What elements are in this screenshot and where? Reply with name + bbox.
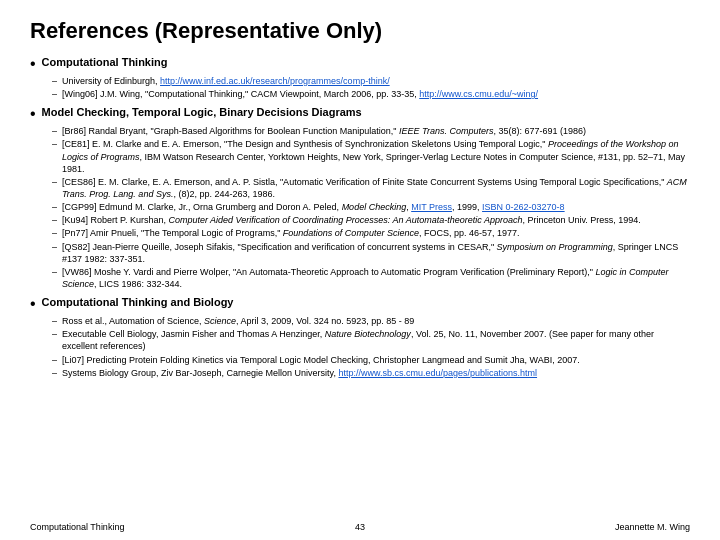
- ref-text: University of Edinburgh,: [62, 76, 160, 86]
- section-title-1: Computational Thinking: [42, 56, 168, 68]
- ref-text: Executable Cell Biology, Jasmin Fisher a…: [62, 329, 654, 351]
- footer-left: Computational Thinking: [30, 522, 124, 532]
- refs-list-3: Ross et al., Automation of Science, Scie…: [52, 315, 690, 379]
- ref-text: Ross et al., Automation of Science, Scie…: [62, 316, 414, 326]
- section-comp-thinking-biology: • Computational Thinking and Biology Ros…: [30, 296, 690, 379]
- ref-link[interactable]: http://www.sb.cs.cmu.edu/pages/publicati…: [338, 368, 537, 378]
- ref-text: [VW86] Moshe Y. Vardi and Pierre Wolper,…: [62, 267, 669, 289]
- section-title-2: Model Checking, Temporal Logic, Binary D…: [42, 106, 362, 118]
- ref-link[interactable]: MIT Press: [411, 202, 452, 212]
- ref-text: [CES86] E. M. Clarke, E. A. Emerson, and…: [62, 177, 687, 199]
- refs-list-1: University of Edinburgh, http://www.inf.…: [52, 75, 690, 100]
- ref-text: [Br86] Randal Bryant, "Graph-Based Algor…: [62, 126, 586, 136]
- ref-item: [Pn77] Amir Pnueli, "The Temporal Logic …: [52, 227, 690, 239]
- refs-list-2: [Br86] Randal Bryant, "Graph-Based Algor…: [52, 125, 690, 290]
- ref-link[interactable]: http://www.inf.ed.ac.uk/research/program…: [160, 76, 390, 86]
- ref-item: [Li07] Predicting Protein Folding Kineti…: [52, 354, 690, 366]
- ref-item: [VW86] Moshe Y. Vardi and Pierre Wolper,…: [52, 266, 690, 290]
- page: References (Representative Only) • Compu…: [0, 0, 720, 540]
- ref-item: [Wing06] J.M. Wing, "Computational Think…: [52, 88, 690, 100]
- bullet-2: •: [30, 105, 36, 123]
- ref-item: [Br86] Randal Bryant, "Graph-Based Algor…: [52, 125, 690, 137]
- ref-text: Systems Biology Group, Ziv Bar-Joseph, C…: [62, 368, 338, 378]
- ref-text: [Wing06] J.M. Wing, "Computational Think…: [62, 89, 419, 99]
- footer: Computational Thinking 43 Jeannette M. W…: [30, 522, 690, 532]
- section-title-3: Computational Thinking and Biology: [42, 296, 234, 308]
- ref-item: [CES86] E. M. Clarke, E. A. Emerson, and…: [52, 176, 690, 200]
- ref-text: , 1999,: [452, 202, 482, 212]
- bullet-3: •: [30, 295, 36, 313]
- page-title: References (Representative Only): [30, 18, 690, 44]
- ref-text: [Ku94] Robert P. Kurshan, Computer Aided…: [62, 215, 641, 225]
- footer-right: Jeannette M. Wing: [615, 522, 690, 532]
- footer-page: 43: [355, 522, 365, 532]
- ref-link[interactable]: http://www.cs.cmu.edu/~wing/: [419, 89, 538, 99]
- ref-text: [Li07] Predicting Protein Folding Kineti…: [62, 355, 580, 365]
- ref-item: Systems Biology Group, Ziv Bar-Joseph, C…: [52, 367, 690, 379]
- ref-link[interactable]: ISBN 0-262-03270-8: [482, 202, 565, 212]
- ref-item: [QS82] Jean-Pierre Queille, Joseph Sifak…: [52, 241, 690, 265]
- ref-item: [CGP99] Edmund M. Clarke, Jr., Orna Grum…: [52, 201, 690, 213]
- bullet-1: •: [30, 55, 36, 73]
- ref-text: [Pn77] Amir Pnueli, "The Temporal Logic …: [62, 228, 519, 238]
- ref-text: [CE81] E. M. Clarke and E. A. Emerson, "…: [62, 139, 685, 173]
- ref-item: University of Edinburgh, http://www.inf.…: [52, 75, 690, 87]
- section-computational-thinking: • Computational Thinking University of E…: [30, 56, 690, 100]
- ref-item: Ross et al., Automation of Science, Scie…: [52, 315, 690, 327]
- ref-item: Executable Cell Biology, Jasmin Fisher a…: [52, 328, 690, 352]
- ref-text: [CGP99] Edmund M. Clarke, Jr., Orna Grum…: [62, 202, 411, 212]
- ref-item: [CE81] E. M. Clarke and E. A. Emerson, "…: [52, 138, 690, 174]
- ref-item: [Ku94] Robert P. Kurshan, Computer Aided…: [52, 214, 690, 226]
- ref-text: [QS82] Jean-Pierre Queille, Joseph Sifak…: [62, 242, 678, 264]
- section-model-checking: • Model Checking, Temporal Logic, Binary…: [30, 106, 690, 290]
